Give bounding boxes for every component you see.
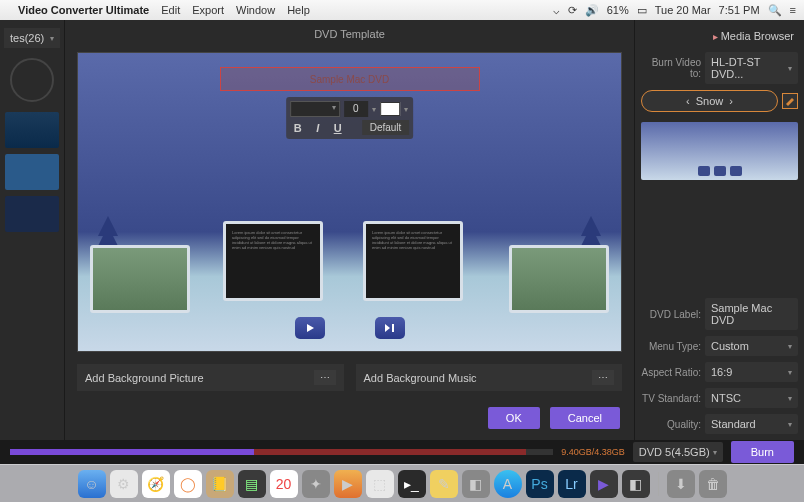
volume-icon[interactable]: 🔊 <box>585 4 599 17</box>
dock-downloads[interactable]: ⬇ <box>667 470 695 498</box>
wifi-icon[interactable]: ⟳ <box>568 4 577 17</box>
play-button[interactable] <box>295 317 325 339</box>
browse-icon[interactable]: ⋯ <box>314 370 336 385</box>
menu-window[interactable]: Window <box>236 4 275 16</box>
media-browser-link[interactable]: ▸ Media Browser <box>641 26 798 46</box>
edit-template-button[interactable] <box>782 93 798 109</box>
bg-music-field[interactable]: Add Background Music⋯ <box>356 364 623 391</box>
dvd-title-field[interactable]: Sample Mac DVD <box>220 67 480 91</box>
dock-appstore[interactable]: A <box>494 470 522 498</box>
burn-to-label: Burn Video to: <box>641 57 701 79</box>
aspect-select[interactable]: 16:9▾ <box>705 362 798 382</box>
quality-select[interactable]: Standard▾ <box>705 414 798 434</box>
app-name[interactable]: Video Converter Ultimate <box>18 4 149 16</box>
underline-button[interactable]: U <box>330 122 346 134</box>
mini-next-btn[interactable] <box>730 166 742 176</box>
menubar-date: Tue 20 Mar <box>655 4 711 16</box>
dock-settings[interactable]: ⚙ <box>110 470 138 498</box>
browse-icon[interactable]: ⋯ <box>592 370 614 385</box>
macos-dock: ☺ ⚙ 🧭 ◯ 📒 ▤ 20 ✦ ▶ ⬚ ▸_ ✎ ◧ A Ps Lr ▶ ◧ … <box>0 464 804 502</box>
template-sidebar: tes(26)▾ <box>0 20 65 440</box>
chevron-down-icon[interactable]: ▾ <box>404 105 408 114</box>
chapter-thumb[interactable] <box>509 245 609 313</box>
bold-button[interactable]: B <box>290 122 306 134</box>
bottom-bar: 9.40GB/4.38GB DVD 5(4.5GB)▾ Burn <box>0 440 804 464</box>
dock-console[interactable]: ▤ <box>238 470 266 498</box>
color-swatch[interactable] <box>380 102 400 116</box>
text-toolbar: ▾ 0 ▾ ▾ B I U Default <box>286 97 414 139</box>
templates-tab[interactable]: tes(26)▾ <box>4 28 60 48</box>
dock-app[interactable]: ⬚ <box>366 470 394 498</box>
dock-photoshop[interactable]: Ps <box>526 470 554 498</box>
dock-app[interactable]: ◧ <box>462 470 490 498</box>
battery-pct: 61% <box>607 4 629 16</box>
disc-icon <box>10 58 54 102</box>
tv-standard-select[interactable]: NTSC▾ <box>705 388 798 408</box>
disc-type-select[interactable]: DVD 5(4.5GB)▾ <box>633 442 723 462</box>
dock-calendar[interactable]: 20 <box>270 470 298 498</box>
dock-finder[interactable]: ☺ <box>78 470 106 498</box>
chevron-left-icon[interactable]: ‹ <box>686 95 690 107</box>
burn-button[interactable]: Burn <box>731 441 794 463</box>
template-thumb[interactable] <box>5 196 59 232</box>
capacity-bar <box>10 449 553 455</box>
menu-edit[interactable]: Edit <box>161 4 180 16</box>
mini-play-btn[interactable] <box>714 166 726 176</box>
chapter-card[interactable]: Lorem ipsum dolor sit amet consectetur a… <box>223 221 323 301</box>
dock-app[interactable]: ✦ <box>302 470 330 498</box>
template-selector[interactable]: ‹Snow› <box>641 90 778 112</box>
next-button[interactable] <box>375 317 405 339</box>
dock-chrome[interactable]: ◯ <box>174 470 202 498</box>
dvd-preview: Sample Mac DVD ▾ 0 ▾ ▾ B I U Default <box>77 52 622 352</box>
burn-to-select[interactable]: HL-DT-ST DVD...▾ <box>705 52 798 84</box>
cancel-button[interactable]: Cancel <box>550 407 620 429</box>
menu-icon[interactable]: ≡ <box>790 4 796 16</box>
macos-menubar: Video Converter Ultimate Edit Export Win… <box>0 0 804 20</box>
dvd-label-input[interactable]: Sample Mac DVD <box>705 298 798 330</box>
dock-contacts[interactable]: 📒 <box>206 470 234 498</box>
dock-safari[interactable]: 🧭 <box>142 470 170 498</box>
chevron-right-icon[interactable]: › <box>729 95 733 107</box>
dialog-title: DVD Template <box>65 20 634 48</box>
dock-app[interactable]: ▶ <box>590 470 618 498</box>
capacity-text: 9.40GB/4.38GB <box>561 447 625 457</box>
dock-app[interactable]: ✎ <box>430 470 458 498</box>
chevron-down-icon: ▾ <box>50 34 54 43</box>
stepper-icon[interactable]: ▾ <box>372 105 376 114</box>
mini-preview <box>641 122 798 180</box>
bg-picture-field[interactable]: Add Background Picture⋯ <box>77 364 344 391</box>
search-icon[interactable]: 🔍 <box>768 4 782 17</box>
dock-trash[interactable]: 🗑 <box>699 470 727 498</box>
menubar-time: 7:51 PM <box>719 4 760 16</box>
dock-app[interactable]: ◧ <box>622 470 650 498</box>
battery-icon: ▭ <box>637 4 647 17</box>
ok-button[interactable]: OK <box>488 407 540 429</box>
font-select[interactable]: ▾ <box>290 101 340 117</box>
dock-app[interactable]: ▶ <box>334 470 362 498</box>
dock-terminal[interactable]: ▸_ <box>398 470 426 498</box>
chapter-card[interactable]: Lorem ipsum dolor sit amet consectetur a… <box>363 221 463 301</box>
menu-export[interactable]: Export <box>192 4 224 16</box>
italic-button[interactable]: I <box>310 122 326 134</box>
bluetooth-icon[interactable]: ⌵ <box>553 4 560 17</box>
menu-type-select[interactable]: Custom▾ <box>705 336 798 356</box>
template-thumb[interactable] <box>5 154 59 190</box>
dock-lightroom[interactable]: Lr <box>558 470 586 498</box>
default-button[interactable]: Default <box>362 120 410 135</box>
menu-help[interactable]: Help <box>287 4 310 16</box>
font-size-input[interactable]: 0 <box>344 101 368 117</box>
mini-prev-btn[interactable] <box>698 166 710 176</box>
settings-panel: ▸ Media Browser Burn Video to:HL-DT-ST D… <box>634 20 804 440</box>
template-thumb[interactable] <box>5 112 59 148</box>
chapter-thumb[interactable] <box>90 245 190 313</box>
